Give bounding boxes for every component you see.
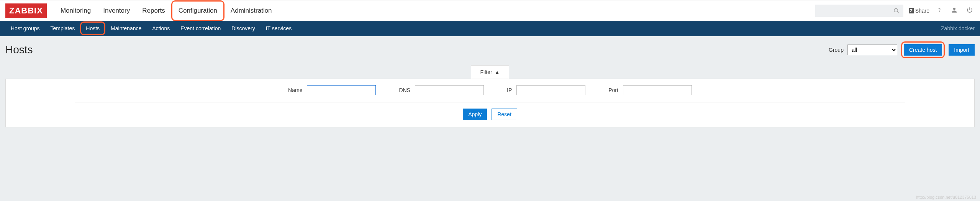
nav-administration[interactable]: Administration — [225, 2, 278, 20]
dns-input[interactable] — [415, 85, 484, 95]
search-box[interactable] — [815, 5, 903, 17]
filter-buttons: Apply Reset — [6, 109, 974, 120]
search-icon — [893, 8, 900, 14]
filter-tab[interactable]: Filter ▲ — [471, 65, 510, 79]
svg-line-1 — [897, 12, 899, 13]
filter-fields: Name DNS IP Port — [75, 85, 905, 102]
page-title: Hosts — [5, 44, 33, 56]
filter-tab-row: Filter ▲ — [0, 65, 980, 79]
subnav-templates[interactable]: Templates — [45, 21, 80, 35]
dns-label: DNS — [399, 87, 410, 93]
share-z-icon: Z — [909, 8, 914, 13]
content-header-actions: Group all Create host Import — [829, 41, 975, 58]
subnav-host-groups[interactable]: Host groups — [5, 21, 45, 35]
sub-nav: Host groups Templates Hosts Maintenance … — [0, 21, 980, 36]
nav-reports[interactable]: Reports — [136, 2, 171, 20]
user-icon — [951, 7, 958, 13]
create-host-highlight: Create host — [901, 41, 945, 58]
subnav-discovery[interactable]: Discovery — [226, 21, 260, 35]
reset-button[interactable]: Reset — [492, 109, 517, 120]
share-label: Share — [915, 8, 929, 14]
nav-monitoring[interactable]: Monitoring — [54, 2, 97, 20]
name-input[interactable] — [307, 85, 376, 95]
content-header: Hosts Group all Create host Import — [0, 36, 980, 62]
import-button[interactable]: Import — [949, 44, 975, 56]
top-header: ZABBIX Monitoring Inventory Reports Conf… — [0, 0, 980, 21]
subnav-event-correlation[interactable]: Event correlation — [175, 21, 226, 35]
filter-field-dns: DNS — [399, 85, 484, 95]
share-button[interactable]: Z Share — [909, 8, 929, 14]
collapse-up-icon: ▲ — [495, 69, 500, 75]
user-button[interactable] — [949, 5, 959, 16]
svg-point-3 — [953, 8, 955, 10]
port-input[interactable] — [623, 85, 692, 95]
create-host-button[interactable]: Create host — [904, 44, 942, 56]
subnav-actions[interactable]: Actions — [147, 21, 175, 35]
nav-inventory[interactable]: Inventory — [97, 2, 136, 20]
zabbix-logo[interactable]: ZABBIX — [5, 3, 47, 18]
help-icon — [936, 7, 942, 13]
subnav-it-services[interactable]: IT services — [261, 21, 297, 35]
group-select[interactable]: all — [847, 44, 897, 55]
filter-field-ip: IP — [507, 85, 585, 95]
svg-point-2 — [939, 12, 940, 12]
port-label: Port — [608, 87, 618, 93]
power-button[interactable] — [965, 5, 975, 16]
header-right: Z Share — [815, 5, 975, 17]
subnav-server-name: Zabbix docker — [941, 25, 975, 31]
nav-configuration[interactable]: Configuration — [171, 0, 225, 21]
help-button[interactable] — [935, 5, 944, 16]
ip-label: IP — [507, 87, 512, 93]
power-icon — [966, 7, 973, 13]
group-label: Group — [829, 47, 844, 53]
svg-point-0 — [894, 8, 898, 12]
filter-field-name: Name — [288, 85, 376, 95]
filter-tab-label: Filter — [480, 69, 492, 75]
name-label: Name — [288, 87, 302, 93]
ip-input[interactable] — [516, 85, 585, 95]
subnav-hosts[interactable]: Hosts — [80, 21, 105, 35]
main-nav: Monitoring Inventory Reports Configurati… — [54, 0, 815, 21]
apply-button[interactable]: Apply — [463, 109, 487, 120]
filter-panel: Name DNS IP Port Apply Reset — [5, 79, 975, 127]
filter-field-port: Port — [608, 85, 692, 95]
subnav-maintenance[interactable]: Maintenance — [105, 21, 147, 35]
